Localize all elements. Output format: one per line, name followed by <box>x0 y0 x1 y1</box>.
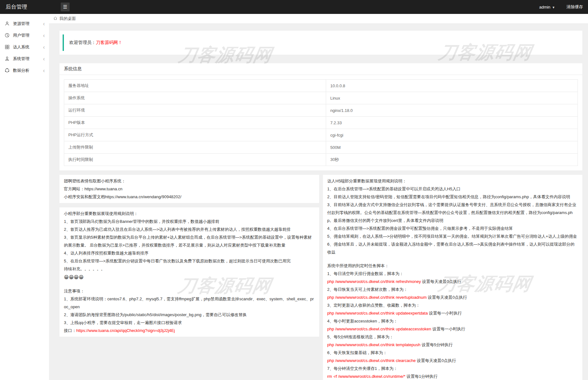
rule-line: 3、首页显示的5种素材类型的数据为后台平台上传的素材+达人素材组合而成，在后台系… <box>64 233 315 249</box>
row-label: 服务器地址 <box>64 80 326 92</box>
intro-line: 团啊壁纸表情包取图小程序系统： <box>64 177 315 185</box>
row-label: 上传附件限制 <box>64 141 326 154</box>
home-icon <box>53 16 58 21</box>
sidebar-item-user-management[interactable]: 用户管理 ‹ <box>0 29 49 41</box>
table-row: 上传附件限制 500M <box>64 141 578 154</box>
breadcrumb-item-desktop[interactable]: 我的桌面 <box>59 16 76 21</box>
system-info-card: 系统信息 服务器地址 10.0.0.8 操作系统 Linux 运行环境 ngin… <box>59 63 582 170</box>
sidebar-item-expert-system[interactable]: 达人系统 ‹ <box>0 41 49 53</box>
main-content: 欢迎管理员：刀客源码网！ 系统信息 服务器地址 10.0.0.8 操作系统 Li… <box>49 24 588 380</box>
cron-schedule: 设置每一小时执行 <box>431 327 465 331</box>
cron-title: 系统中所使用的到定时任务脚本： <box>327 262 578 270</box>
user-dropdown[interactable]: admin▼ <box>539 5 555 9</box>
sidebar-item-resource-management[interactable]: 资源管理 ‹ <box>0 18 49 29</box>
cron-command: rm -rf /www/wwwroot/cs.dkewl.cn/runtime/… <box>327 374 405 379</box>
table-row: 运行环境 nginx/1.18.0 <box>64 104 578 117</box>
cron-step-label: 3、定时更新达人收获的点赞数、收藏数，脚本为： <box>327 301 578 309</box>
rule-line: 3、目前结算达人佣金方式中支持微信企业付款到零钱，这个需要提供认证服务号带支付、… <box>327 201 578 224</box>
emoji-row: 😁😁😁😁 <box>64 273 315 281</box>
chevron-left-icon: ‹ <box>43 32 45 39</box>
cron-schedule: 设置每天凌晨0点执行 <box>427 295 467 300</box>
rule-line: 2、目前达人登陆支持短信/密码登陆，短信配置需要在项目代码中配置短信相关信息，路… <box>327 193 578 201</box>
sidebar: 资源管理 ‹ 用户管理 ‹ 达人系统 ‹ 系统管理 ‹ 数据分析 ‹ <box>0 14 49 380</box>
welcome-alert: 欢迎管理员：刀客源码网！ <box>63 34 579 51</box>
cron-schedule: 设置每1分钟执行 <box>405 374 438 379</box>
pie-chart-icon <box>4 33 10 38</box>
note-line: 1、系统部署环境说明：centos7.6、php7.2、mysql5.7，需支持… <box>64 295 315 311</box>
rule-line: 4、达人列表排序按照权重数值越大越靠前排序 <box>64 249 315 257</box>
cron-schedule: 设置每5分钟执行 <box>420 342 453 347</box>
sidebar-item-system-management[interactable]: 系统管理 ‹ <box>0 53 49 64</box>
row-value: 10.0.0.8 <box>326 80 578 92</box>
cron-command: php /www/wwwroot/cs.dkewl.cn/think updat… <box>327 327 431 331</box>
cron-command-line: php /www/wwwroot/cs.dkewl.cn/think updat… <box>327 325 578 333</box>
table-row: 服务器地址 10.0.0.8 <box>64 80 578 92</box>
left-column: 团啊壁纸表情包取图小程序系统： 官方网站：https://www.tuana.c… <box>59 175 319 337</box>
admin-site-name: 刀客源码网 <box>96 40 118 46</box>
person-badge-icon <box>4 56 10 61</box>
rules-title: 小程序部分重要数据展现使用规则说明： <box>64 210 315 218</box>
sidebar-item-label: 用户管理 <box>13 33 43 38</box>
system-info-title: 系统信息 <box>59 63 582 75</box>
chevron-left-icon: ‹ <box>43 67 45 74</box>
api-label: 接口： <box>64 328 76 333</box>
grid-icon <box>4 44 10 50</box>
rule-line: 6、佣金结算后，达人并未能提现，该金额进入冻结金额中，需要在后台达人系统—>真实… <box>327 240 578 256</box>
row-label: 执行时间限制 <box>64 154 326 166</box>
cron-command-line: php /www/wwwroot/cs.dkewl.cn/think templ… <box>327 341 578 349</box>
rule-line: 5、在后台系统管理—>系统配置的分销设置中每日看广告次数以及免费下载原始数据次数… <box>64 257 315 265</box>
sidebar-item-label: 系统管理 <box>13 56 43 62</box>
cron-command: php /www/wwwroot/cs.dkewl.cn/think clear… <box>327 358 416 363</box>
cron-schedule: 设置每天凌晨0点执行 <box>416 358 456 363</box>
intro-line: 官方网站：https://www.tuana.cn <box>64 185 315 193</box>
note-line: 3、上线qq小程序，需要在提交审核前，走一遍图片接口校验请求 <box>64 319 315 327</box>
chevron-left-icon: ‹ <box>43 20 45 27</box>
api-check-link[interactable]: https://www.tuana.cn/api/qqCheckImg?sign… <box>76 328 175 333</box>
table-row: PHP版本 7.2.33 <box>64 117 578 129</box>
caret-down-icon: ▼ <box>552 6 555 9</box>
intro-line: 小程序安装和配置文档https://www.tuana.cn/wendang/9… <box>64 193 315 201</box>
hamburger-icon: ☰ <box>63 4 67 9</box>
chevron-left-icon: ‹ <box>43 55 45 62</box>
welcome-prefix: 欢迎管理员： <box>69 40 96 46</box>
share-network-icon <box>4 68 10 73</box>
cron-step-label: 6、每天恢复扣量基础，脚本为： <box>327 349 578 357</box>
cron-schedule: 设置每天凌晨0点执行 <box>421 279 461 284</box>
row-value: nginx/1.18.0 <box>326 104 578 117</box>
h5-rules-block: 达人H5端部分重要数据展现使用规则说明： 1、在后台系统管理—>系统配置的基础设… <box>323 175 583 380</box>
chevron-left-icon: ‹ <box>43 44 45 50</box>
app-title: 后台管理 <box>6 0 27 14</box>
rule-line: 4、在后台系统管理—>系统配置的佣金设置中可配置预估佣金，只做展示参考，不是用于… <box>327 224 578 232</box>
system-info-table: 服务器地址 10.0.0.8 操作系统 Linux 运行环境 nginx/1.1… <box>64 79 578 166</box>
cron-command: php /www/wwwroot/cs.dkewl.cn/think templ… <box>327 342 421 347</box>
cron-command: php /www/wwwroot/cs.dkewl.cn/think updat… <box>327 311 428 316</box>
sidebar-toggle-button[interactable]: ☰ <box>61 3 70 11</box>
cron-step-label: 7、每分钟清空文件夹缓存1，脚本为： <box>327 365 578 372</box>
welcome-suffix: ！ <box>118 40 122 46</box>
user-icon <box>4 21 10 26</box>
sidebar-item-label: 数据分析 <box>13 68 43 73</box>
cron-command-line: php /www/wwwroot/cs.dkewl.cn/think refre… <box>327 278 578 285</box>
cron-step-label: 5、每5分钟推送模板消息，脚本为： <box>327 333 578 341</box>
sidebar-item-data-analysis[interactable]: 数据分析 ‹ <box>0 64 49 76</box>
row-label: 运行环境 <box>64 104 326 117</box>
cron-command: php /www/wwwroot/cs.dkewl.cn/think rever… <box>327 295 427 300</box>
row-value: 30秒 <box>326 154 578 166</box>
cron-command-line: php /www/wwwroot/cs.dkewl.cn/think clear… <box>327 357 578 365</box>
cron-command-line: rm -rf /www/wwwroot/cs.dkewl.cn/runtime/… <box>327 372 578 380</box>
right-column: 达人H5端部分重要数据展现使用规则说明： 1、在后台系统管理—>系统配置的基础设… <box>323 175 583 380</box>
cron-step-label: 4、每小时更新accesstoken，脚本为： <box>327 317 578 325</box>
table-row: PHP运行方式 cgi-fcgi <box>64 129 578 141</box>
lower-columns: 团啊壁纸表情包取图小程序系统： 官方网站：https://www.tuana.c… <box>59 175 582 380</box>
rule-line: 1、首页顶部跑马灯数据为后台Banner管理中的数据，并按权重排序，数值越小越排… <box>64 218 315 225</box>
rule-line: 5、佣金结算规则，在达人系统—>分销明细中，按不同项目结算某一天的佣金。结算规则… <box>327 232 578 240</box>
table-row: 执行时间限制 30秒 <box>64 154 578 166</box>
h5-rules-title: 达人H5端部分重要数据展现使用规则说明： <box>327 177 578 185</box>
cron-step-label: 2、每日恢复当天可上传素材次数，脚本为： <box>327 285 578 293</box>
clear-cache-button[interactable]: 清除缓存 <box>566 4 583 10</box>
rule-line: 待续补充。。。。。。 <box>64 265 315 273</box>
row-label: 操作系统 <box>64 92 326 104</box>
note-line: 2、邀请团队的海报背景图路径为/public/static/h5/dist/im… <box>64 311 315 319</box>
rule-line: 1、在后台系统管理—>系统配置的基础设置中可以开启或关闭达人H5入口 <box>327 185 578 193</box>
sidebar-item-label: 达人系统 <box>13 44 43 50</box>
